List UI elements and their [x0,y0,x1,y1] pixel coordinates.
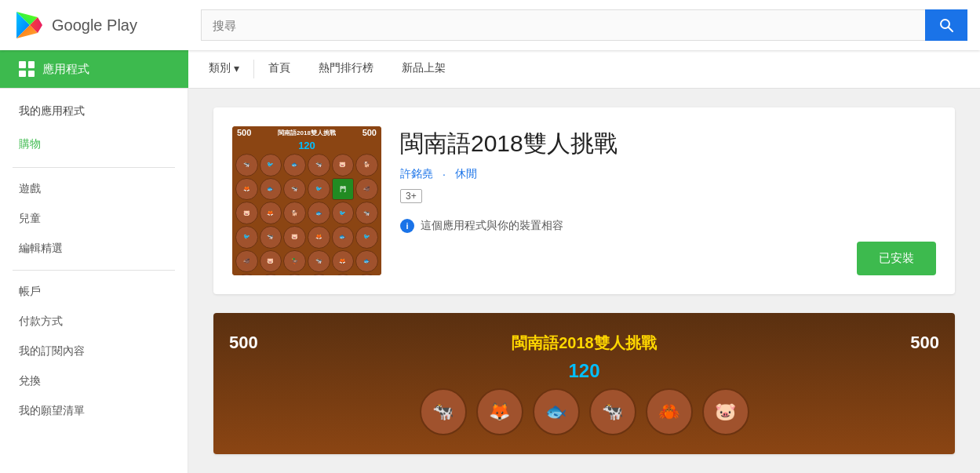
ss-score-right: 500 [910,333,939,354]
app-icon: 500 閩南語2018雙人挑戰 500 120 🐄 🐦 🐟 🐄 🐷 🐕 🦊 🐟 [232,126,381,275]
nav-apps-label: 應用程式 [42,62,89,77]
info-icon: i [400,219,414,233]
game-top-bar: 500 閩南語2018雙人挑戰 500 [232,126,381,139]
game-cell: 🐄 [355,202,378,224]
game-cell: 🐦 [308,178,330,201]
game-cell: 🦆 [260,274,282,275]
ss-animal: 🐷 [702,388,749,435]
app-meta: 許銘堯 · 休閒 [400,167,936,181]
ss-animal: 🦀 [646,388,693,435]
game-cell: 🐄 [260,226,282,249]
main-content: 500 閩南語2018雙人挑戰 500 120 🐄 🐦 🐟 🐄 🐷 🐕 🦊 🐟 [188,89,980,473]
game-cell: 🦊 [355,274,378,275]
sidebar-subscriptions[interactable]: 我的訂閱內容 [0,337,188,366]
sidebar-editors-choice[interactable]: 編輯精選 [0,234,188,264]
ss-top-bar: 500 閩南語2018雙人挑戰 500 [213,326,955,360]
game-cell: 🐄 [308,154,330,176]
logo-text: Google Play [52,16,137,35]
sidebar-payment[interactable]: 付款方式 [0,307,188,337]
game-cell: 🐕 [283,202,306,224]
app-compat: i 這個應用程式與你的裝置相容 [400,219,936,233]
game-cell: 🐗 [355,178,378,201]
app-info: 閩南語2018雙人挑戰 許銘堯 · 休閒 3+ i 這個應用程式與你的裝置相容 [400,126,936,233]
sidebar-wishlist[interactable]: 我的願望清單 [0,396,188,426]
game-cell: 🐦 [260,154,282,176]
screenshot-preview: 500 閩南語2018雙人挑戰 500 120 🐄 🦊 🐟 🐄 🦀 🐷 [213,313,955,454]
sidebar-my-apps[interactable]: 我的應用程式 [0,95,188,128]
apps-grid-icon [19,61,35,77]
sidebar-redeem[interactable]: 兌換 [0,366,188,396]
nav-links: 類別 ▾ 首頁 熱門排行榜 新品上架 [188,50,460,88]
sidebar-games[interactable]: 遊戲 [0,174,188,204]
game-cell: 🐄 [283,178,306,201]
game-mid-score: 120 [232,139,381,152]
sidebar-children[interactable]: 兒童 [0,204,188,234]
screenshot-image: 500 閩南語2018雙人挑戰 500 120 🐄 🦊 🐟 🐄 🦀 🐷 [213,313,955,454]
game-title-banner: 閩南語2018雙人挑戰 [278,129,336,137]
search-area [201,9,967,41]
header: Google Play [0,0,980,50]
sidebar: 我的應用程式 購物 遊戲 兒童 編輯精選 帳戶 付款方式 我的訂閱內容 兌換 我… [0,89,188,473]
ss-animal: 🦊 [476,388,523,435]
game-cell: 🐗 [235,250,258,273]
sidebar-divider-2 [13,270,175,271]
game-cell: 🐟 [355,250,378,273]
game-cell: 🐷 [332,154,355,176]
game-cell: 🐦 [355,226,378,249]
logo-area: Google Play [13,9,201,41]
game-cell: 🐦 [332,202,355,224]
ss-animal: 🐄 [420,388,467,435]
game-cell: 🐗 [332,274,355,275]
app-rating-badge: 3+ [400,189,422,203]
ss-score-left: 500 [229,333,258,354]
game-cell: 🐦 [235,226,258,249]
game-cell: 🐷 [308,274,330,275]
layout: 我的應用程式 購物 遊戲 兒童 編輯精選 帳戶 付款方式 我的訂閱內容 兌換 我… [0,89,980,473]
search-input[interactable] [201,9,925,41]
game-cell: 🐷 [260,250,282,273]
ss-mid-score: 120 [568,360,599,382]
ss-title: 閩南語2018雙人挑戰 [512,333,657,354]
game-cell: 🦊 [332,250,355,273]
game-cell: 🐟 [332,226,355,249]
game-screenshot: 500 閩南語2018雙人挑戰 500 120 🐄 🐦 🐟 🐄 🐷 🐕 🦊 🐟 [232,126,381,275]
game-cell: 🦊 [235,178,258,201]
app-meta-separator: · [443,168,446,180]
game-cell: 🐷 [235,202,258,224]
game-cell: 🐷 [283,226,306,249]
game-score-right: 500 [362,128,377,137]
sidebar-divider-1 [13,167,175,168]
nav-home[interactable]: 首頁 [254,50,304,88]
search-button[interactable] [925,9,967,41]
install-button[interactable]: 已安裝 [857,242,936,275]
game-cell: 🦊 [308,226,330,249]
svg-line-1 [949,27,953,32]
app-developer[interactable]: 許銘堯 [400,167,433,181]
nav-new[interactable]: 新品上架 [388,50,460,88]
game-cell: 🐦 [283,274,306,275]
game-cell: 🐄 [235,274,258,275]
ss-animals-row: 🐄 🦊 🐟 🐄 🦀 🐷 [213,382,955,442]
nav-apps-tab[interactable]: 應用程式 [0,50,188,88]
nav-category[interactable]: 類別 ▾ [195,50,253,88]
compat-text: 這個應用程式與你的裝置相容 [421,219,563,233]
game-cell: 🐕 [355,154,378,176]
game-cell: 🦊 [260,202,282,224]
nav-hot[interactable]: 熱門排行榜 [304,50,388,88]
search-icon [938,17,954,33]
sidebar-purchase[interactable]: 購物 [0,128,188,161]
app-card: 500 閩南語2018雙人挑戰 500 120 🐄 🐦 🐟 🐄 🐷 🐕 🦊 🐟 [213,107,955,294]
game-cell: 🐟 [308,202,330,224]
google-play-logo-icon [13,9,44,41]
game-cell: 🐄 [308,250,330,273]
game-score-left: 500 [237,128,251,137]
game-grid: 🐄 🐦 🐟 🐄 🐷 🐕 🦊 🐟 🐄 🐦 門 🐗 🐷 🦊 [232,152,381,275]
app-category[interactable]: 休閒 [455,167,477,181]
ss-animal: 🐄 [589,388,636,435]
sidebar-account[interactable]: 帳戶 [0,277,188,307]
app-title: 閩南語2018雙人挑戰 [400,129,936,158]
chevron-down-icon: ▾ [234,62,239,75]
game-cell: 🦆 [283,250,306,273]
navbar: 應用程式 類別 ▾ 首頁 熱門排行榜 新品上架 [0,50,980,89]
game-cell: 🐟 [260,178,282,201]
